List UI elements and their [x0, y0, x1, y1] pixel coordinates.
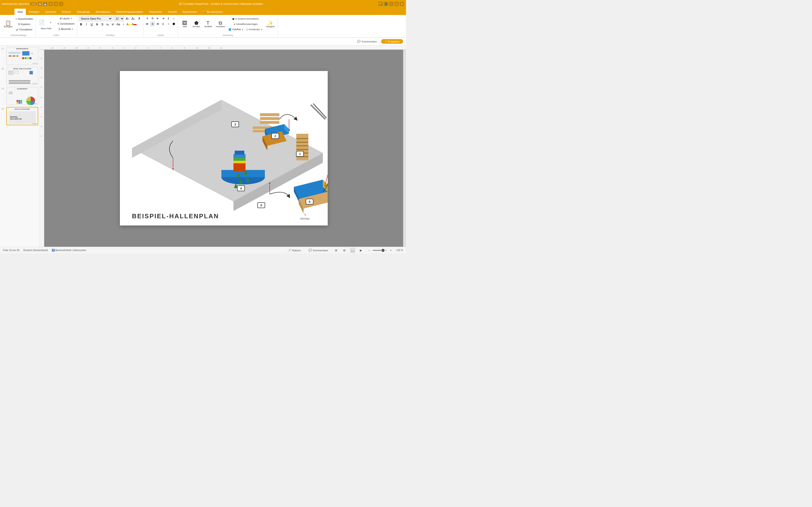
slide-sorter-btn[interactable]: ⊞: [342, 248, 347, 253]
canvas-area: -14 -12 -10 -8 -6 -4 -2 0 2 4 6 8 10 12 …: [40, 45, 406, 247]
svg-rect-4: [22, 51, 30, 56]
text-dir-btn[interactable]: ↕: [171, 16, 176, 21]
new-slide-dropdown[interactable]: ▼: [46, 18, 55, 27]
tab-uebergaenge[interactable]: Übergänge: [74, 9, 93, 15]
maximize-btn[interactable]: □: [394, 2, 399, 6]
zoom-level[interactable]: 132 %: [394, 249, 403, 251]
clear-format-btn[interactable]: ✗: [137, 16, 142, 21]
arrange-button[interactable]: ⧉ Anordnen: [214, 16, 226, 32]
search-btn[interactable]: 🔍: [378, 2, 383, 6]
scrollbar-vertical[interactable]: [403, 50, 406, 247]
underline-btn[interactable]: U: [89, 22, 94, 27]
redo-btn[interactable]: ↪: [54, 2, 58, 6]
strikethrough-btn[interactable]: S: [95, 22, 99, 27]
increase-indent-btn[interactable]: ⇥: [161, 16, 165, 21]
comments-button[interactable]: 💬 Kommentare: [355, 39, 379, 44]
bullets-btn[interactable]: ≡: [145, 16, 150, 21]
notes-icon: 📝: [288, 249, 291, 252]
share-button[interactable]: ↗ Freigeben: [381, 39, 403, 44]
smartart-convert-btn[interactable]: ⬣: [171, 21, 176, 26]
save-btn[interactable]: 💾: [43, 2, 47, 6]
line-spacing-btn[interactable]: ↕: [166, 21, 171, 26]
cols-btn[interactable]: ⫿: [166, 16, 171, 21]
reading-view-btn[interactable]: 📖: [350, 248, 355, 253]
outline-button[interactable]: ⬡ Formkontur ▼: [245, 27, 264, 32]
designer-button[interactable]: ✨ Designer: [265, 16, 276, 32]
svg-point-37: [18, 100, 20, 102]
numbering-btn[interactable]: ①: [150, 16, 155, 21]
autosave-badge[interactable]: AUS: [30, 2, 37, 5]
section-button[interactable]: § Abschnitt ▼: [56, 26, 75, 32]
shapes-button[interactable]: ⬟ Formen: [191, 16, 202, 32]
image-button[interactable]: 🖼 Bild: [179, 16, 190, 32]
slide-item-14[interactable]: 14 BÄLLE & SCHLÄGER BEISPIEL HALLENPLAN …: [1, 107, 39, 126]
font-shrink-btn[interactable]: A↓: [131, 16, 136, 21]
font-size-select[interactable]: 12: [113, 16, 124, 21]
font-case-btn2[interactable]: ↕: [121, 22, 126, 27]
slide-item-12[interactable]: 12 NETZE, TORE & PLATTEN: [1, 66, 39, 86]
zoom-in-btn[interactable]: +: [388, 248, 394, 253]
slide-canvas[interactable]: 1 2 3 4 5: [44, 50, 403, 247]
tab-ansicht[interactable]: Ansicht: [165, 9, 180, 15]
profile-btn[interactable]: 👤: [384, 2, 388, 6]
font-color-btn[interactable]: A: [132, 22, 137, 27]
bold-btn[interactable]: B: [79, 22, 83, 27]
smartart-button[interactable]: ⬣ In SmartArt konvertieren: [227, 16, 263, 21]
font-case-btn[interactable]: Aa: [116, 22, 120, 27]
accessibility-info[interactable]: ♿ Barrierefreiheit: Untersuchen: [52, 249, 86, 251]
undo-btn[interactable]: ↩: [48, 2, 53, 6]
close-btn[interactable]: ✕: [400, 2, 404, 6]
textbox-button[interactable]: T Textfeld: [203, 16, 213, 32]
cut-button[interactable]: ✂ Ausschneiden: [14, 16, 34, 21]
layout-button[interactable]: ⊞ Layout ▼: [56, 16, 75, 21]
justify-btn[interactable]: ⫿: [161, 21, 165, 26]
drawing-row: 🖼 Bild ⬟ Formen T Textfeld ⧉ Anordnen ⬣ …: [179, 16, 276, 32]
svg-marker-3: [17, 52, 20, 54]
zoom-out-btn[interactable]: −: [366, 248, 372, 253]
tab-animationen[interactable]: Animationen: [93, 9, 113, 15]
paste-button[interactable]: 📋 Einfügen: [2, 16, 14, 32]
minimize-btn[interactable]: ─: [389, 2, 394, 6]
drawing-label: Zeichnung: [179, 34, 276, 37]
slide-item-11[interactable]: 11 SPRUNGGERÄTE: [1, 46, 39, 65]
tab-wuenschen[interactable]: 🔍 Sie wünschen: [200, 9, 226, 15]
tab-bildschirm[interactable]: Bildschirmpräsentation: [113, 9, 146, 15]
zoom-slider[interactable]: [373, 250, 387, 251]
highlight-btn[interactable]: A: [126, 22, 131, 27]
font-name-select[interactable]: Source Sans Pro: [79, 16, 112, 21]
font-label: Schriftart: [79, 34, 142, 37]
normal-view-btn[interactable]: ⊞: [334, 248, 339, 253]
sup-btn[interactable]: x²: [110, 22, 115, 27]
italic-btn[interactable]: I: [84, 22, 89, 27]
svg-line-111: [325, 175, 328, 184]
font-grow-btn[interactable]: A↑: [125, 16, 130, 21]
notes-btn[interactable]: 📝 Notizen: [285, 248, 303, 252]
shadow-btn[interactable]: S: [100, 22, 105, 27]
svg-rect-10: [24, 57, 27, 59]
tab-aufzeichnen[interactable]: Aufzeichnen: [180, 9, 200, 15]
quick-styles-button[interactable]: ✦ Schnellformatvorlagen: [227, 22, 263, 26]
slide-12-preview: [7, 70, 37, 84]
new-slide-button[interactable]: 📄: [37, 18, 46, 27]
sub-btn[interactable]: x₂: [105, 22, 110, 27]
status-comments-btn[interactable]: 💬 Kommentare: [306, 248, 331, 252]
tab-zeichnen[interactable]: Zeichnen: [42, 9, 59, 15]
fill-effect-button[interactable]: 🪣 Fülleffekt ▼: [227, 27, 244, 32]
svg-rect-11: [27, 57, 29, 59]
tab-start[interactable]: Start: [14, 9, 26, 15]
tab-ueberpruefen[interactable]: Überprüfen: [146, 9, 165, 15]
slide-item-13[interactable]: 13 KLEINGERÄTE: [1, 87, 39, 106]
more-btn[interactable]: ⋯: [59, 2, 63, 6]
copy-button[interactable]: ⧉ Kopieren: [14, 22, 34, 26]
decrease-indent-btn[interactable]: ⇤: [155, 16, 160, 21]
tab-entwurf[interactable]: Entwurf: [59, 9, 74, 15]
align-center-btn[interactable]: ≡: [150, 21, 155, 26]
align-left-btn[interactable]: ⬅: [145, 21, 150, 26]
slide-info: Folie 19 von 40: [3, 249, 19, 251]
home-btn[interactable]: 🏠: [38, 2, 42, 6]
align-right-btn[interactable]: ➡: [155, 21, 160, 26]
reset-button[interactable]: ↺ Zurücksetzen: [56, 21, 75, 26]
tab-einfuegen[interactable]: Einfügen: [26, 9, 42, 15]
presentation-btn[interactable]: ▶: [358, 248, 363, 253]
format-button[interactable]: 🖌 Formatieren: [14, 27, 34, 32]
